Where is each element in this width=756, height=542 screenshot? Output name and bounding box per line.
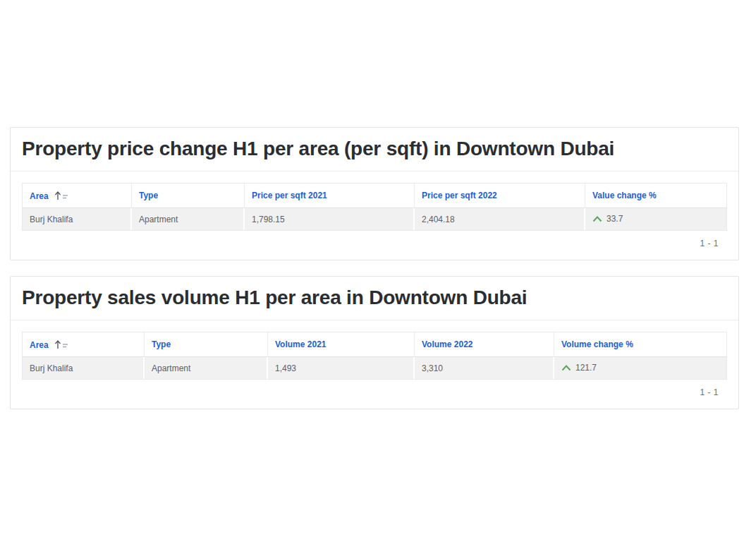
cell-volume-2021: 1,493 xyxy=(268,357,415,379)
column-header-value-change[interactable]: Value change % xyxy=(585,183,726,208)
page: Property price change H1 per area (per s… xyxy=(0,0,756,409)
column-header-type[interactable]: Type xyxy=(145,332,268,357)
header-row: Area xyxy=(23,332,726,357)
column-header-label: Volume change % xyxy=(561,339,633,349)
card-title: Property price change H1 per area (per s… xyxy=(11,128,738,171)
change-value: 121.7 xyxy=(575,363,597,373)
column-header-label: Type xyxy=(139,191,158,200)
column-header-volume-2022[interactable]: Volume 2022 xyxy=(415,332,554,357)
column-header-label: Value change % xyxy=(592,191,657,200)
cell-value-change: 33.7 xyxy=(585,208,726,230)
header-row: Area xyxy=(23,183,726,208)
change-value: 33.7 xyxy=(606,214,623,224)
column-header-label: Price per sqft 2022 xyxy=(422,191,497,200)
column-header-label: Area xyxy=(30,191,49,201)
column-header-area[interactable]: Area xyxy=(23,332,145,357)
price-change-card: Property price change H1 per area (per s… xyxy=(10,127,739,260)
pagination-label: 1 - 1 xyxy=(22,231,727,260)
table-row: Burj Khalifa Apartment 1,493 3,310 xyxy=(23,357,726,379)
sort-ascending-icon xyxy=(54,339,70,349)
data-grid: Area xyxy=(22,332,727,380)
cell-area: Burj Khalifa xyxy=(23,357,145,379)
cell-volume-2022: 3,310 xyxy=(415,357,554,379)
sales-volume-card: Property sales volume H1 per area in Dow… xyxy=(10,276,739,409)
cell-area: Burj Khalifa xyxy=(23,208,132,230)
cell-price-2022: 2,404.18 xyxy=(415,208,585,230)
cell-price-2021: 1,798.15 xyxy=(245,208,415,230)
cell-type: Apartment xyxy=(132,208,245,230)
column-header-price-2022[interactable]: Price per sqft 2022 xyxy=(415,183,585,208)
chevron-up-icon xyxy=(592,216,602,222)
data-grid: Area xyxy=(22,183,727,231)
column-header-label: Volume 2021 xyxy=(275,339,326,349)
column-header-type[interactable]: Type xyxy=(132,183,245,208)
column-header-volume-change[interactable]: Volume change % xyxy=(554,332,726,357)
sort-ascending-icon xyxy=(54,191,70,200)
column-header-label: Price per sqft 2021 xyxy=(252,191,327,200)
table-wrap: Area xyxy=(11,171,738,260)
table-wrap: Area xyxy=(11,320,738,409)
card-title: Property sales volume H1 per area in Dow… xyxy=(11,277,738,320)
column-header-price-2021[interactable]: Price per sqft 2021 xyxy=(245,183,415,208)
column-header-label: Area xyxy=(30,340,49,350)
table-row: Burj Khalifa Apartment 1,798.15 2,404.18 xyxy=(23,208,726,230)
chevron-up-icon xyxy=(561,365,571,371)
pagination-label: 1 - 1 xyxy=(22,380,727,409)
column-header-label: Volume 2022 xyxy=(422,339,472,349)
cell-type: Apartment xyxy=(145,357,268,379)
column-header-volume-2021[interactable]: Volume 2021 xyxy=(268,332,415,357)
column-header-area[interactable]: Area xyxy=(23,183,132,208)
column-header-label: Type xyxy=(152,339,171,349)
cell-volume-change: 121.7 xyxy=(554,357,726,379)
